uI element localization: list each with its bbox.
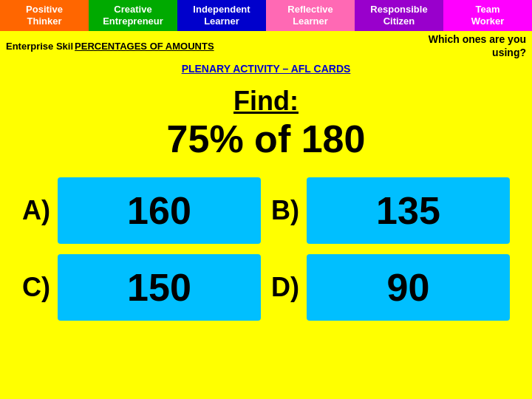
answer-value-a: 160 (127, 188, 191, 233)
answer-letter-b: B) (271, 195, 299, 226)
tab-reflective[interactable]: ReflectiveLearner (266, 0, 355, 31)
tab-reflective-label: ReflectiveLearner (287, 4, 332, 27)
answer-value-d: 90 (387, 265, 430, 310)
top-tabs: PositiveThinker CreativeEntrepreneur Ind… (0, 0, 532, 31)
answer-letter-d: D) (271, 272, 299, 303)
tab-creative-label: CreativeEntrepreneur (103, 4, 163, 27)
answer-value-c: 150 (127, 265, 191, 310)
tab-team[interactable]: TeamWorker (443, 0, 532, 31)
answer-row-b: B) 135 (271, 177, 510, 244)
main-content: Find: 75% of 180 (0, 78, 532, 164)
find-heading: Find: (0, 86, 532, 117)
tab-creative[interactable]: CreativeEntrepreneur (89, 0, 177, 31)
tab-positive-label: PositiveThinker (26, 4, 63, 27)
answer-box-d[interactable]: 90 (307, 254, 510, 321)
answer-letter-a: A) (22, 195, 50, 226)
tab-responsible-label: ResponsibleCitizen (370, 4, 427, 27)
percentages-label: PERCENTAGES OF AMOUNTS (75, 41, 214, 52)
find-label: Find: (233, 86, 299, 116)
answer-row-a: A) 160 (22, 177, 261, 244)
tab-positive[interactable]: PositiveThinker (0, 0, 89, 31)
which-ones-label: Which ones are youusing? (429, 33, 532, 59)
answer-row-d: D) 90 (271, 254, 510, 321)
second-row: Enterprise Skil PERCENTAGES OF AMOUNTS W… (0, 31, 532, 61)
answer-row-c: C) 150 (22, 254, 261, 321)
enterprise-label: Enterprise Skil (0, 41, 73, 52)
problem-question: 75% of 180 (0, 117, 532, 161)
answer-value-b: 135 (376, 188, 440, 233)
tab-team-label: TeamWorker (471, 4, 505, 27)
answer-box-b[interactable]: 135 (307, 177, 510, 244)
plenary-row: PLENARY ACTIVITY – AFL CARDS (0, 61, 532, 78)
tab-independent-label: IndependentLearner (193, 4, 250, 27)
answers-grid: A) 160 B) 135 C) 150 D) 90 (0, 164, 532, 328)
tab-independent[interactable]: IndependentLearner (177, 0, 266, 31)
answer-letter-c: C) (22, 272, 50, 303)
plenary-text: PLENARY ACTIVITY – AFL CARDS (182, 63, 351, 75)
answer-box-a[interactable]: 160 (58, 177, 261, 244)
answer-box-c[interactable]: 150 (58, 254, 261, 321)
tab-responsible[interactable]: ResponsibleCitizen (355, 0, 443, 31)
